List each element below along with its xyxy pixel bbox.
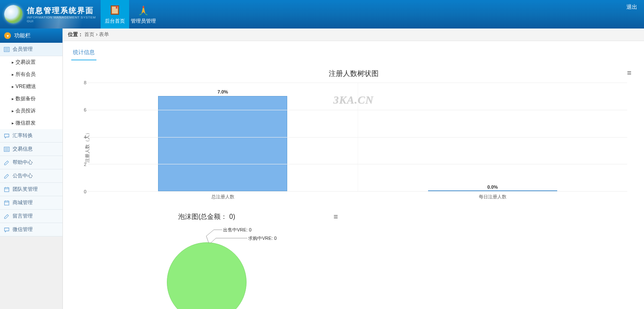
breadcrumb: 位置： 首页 › 表单 [63,29,644,41]
plot-area: 7.0%0.0% [88,83,627,192]
sidebar-group[interactable]: 交易信息 [0,143,62,156]
list-icon [3,46,10,53]
sidebar-header-label: 功能栏 [14,32,31,39]
pie-chart-title: 泡沫图(总金额： 0) [71,213,342,221]
edit-icon [3,159,10,166]
nav-tab-admin[interactable]: 管理员管理 [129,0,158,29]
bar[interactable] [158,96,287,191]
pie-label-0: 出售中VRE: 0 [223,227,252,233]
app-subtitle: INFORMATION MANAGEMENT SYSTEM GUI [27,16,96,23]
y-tick: 8 [84,80,86,85]
bar-value-label: 7.0% [218,89,228,94]
sidebar-group-label: 公告中心 [13,172,33,179]
pie-chart: 出售中VRE: 0 求购中VRE: 0 [71,226,342,309]
x-tick-label: 总注册人数 [88,194,358,200]
edit-icon [3,173,10,179]
sidebar-group[interactable]: 帮助中心 [0,156,62,169]
logout-link[interactable]: 退出 [620,0,644,29]
header: 信息管理系统界面 INFORMATION MANAGEMENT SYSTEM G… [0,0,644,29]
sidebar: ▾ 功能栏 会员管理交易设置所有会员VRE赠送数据备份会员投诉微信群发汇率转换交… [0,29,63,309]
nav-tab-home[interactable]: 后台首页 [101,0,129,29]
bar-chart-container: 注册人数树状图 ≡ 3KA.CN 注册人数（人） 02468 7.0%0.0% … [71,69,636,204]
chevron-down-icon: ▾ [4,32,11,39]
sidebar-group[interactable]: 商城管理 [0,196,62,210]
logo-area: 信息管理系统界面 INFORMATION MANAGEMENT SYSTEM G… [0,0,101,29]
sidebar-sub-item[interactable]: 交易设置 [0,56,62,68]
sidebar-group-label: 汇率转换 [13,132,33,139]
app-title: 信息管理系统界面 [27,5,96,16]
calendar-icon [3,200,10,206]
sidebar-sub-label: 数据备份 [16,95,36,102]
bar-value-label: 0.0% [487,184,498,190]
sidebar-sub-item[interactable]: 数据备份 [0,93,62,105]
sidebar-group-label: 交易信息 [13,145,33,153]
sidebar-sub-label: 会员投诉 [16,107,36,114]
sidebar-group[interactable]: 会员管理 [0,43,62,56]
breadcrumb-home[interactable]: 首页 [84,31,94,37]
sidebar-group[interactable]: 留言管理 [0,210,62,223]
breadcrumb-position: 位置： [68,31,83,37]
x-tick-label: 每日注册人数 [358,194,627,200]
sidebar-sub-item[interactable]: VRE赠送 [0,80,62,93]
nav-tab-label: 管理员管理 [131,18,156,25]
content-tab[interactable]: 统计信息 [71,46,96,60]
svg-rect-16 [5,201,9,205]
sidebar-sub-label: 交易设置 [16,59,36,66]
sidebar-group-label: 留言管理 [13,213,33,220]
sidebar-group[interactable]: 微信管理 [0,223,62,236]
chat-icon [3,226,10,233]
content: 位置： 首页 › 表单 统计信息 注册人数树状图 ≡ 3KA.CN 注册人数（人… [63,29,644,309]
book-icon [109,4,121,16]
pie-label-1: 求购中VRE: 0 [248,235,277,241]
nav-tabs: 后台首页 管理员管理 [101,0,158,29]
y-tick: 0 [84,189,86,194]
breadcrumb-sep: › [96,31,98,37]
sidebar-sub-label: VRE赠送 [16,83,36,90]
sidebar-group[interactable]: 汇率转换 [0,129,62,143]
sidebar-sub-item[interactable]: 会员投诉 [0,105,62,117]
sidebar-sub-item[interactable]: 所有会员 [0,68,62,80]
logo-icon [4,5,23,23]
y-tick: 2 [84,162,86,167]
svg-point-3 [143,6,145,8]
compass-icon [138,4,149,16]
list-icon [3,146,10,153]
sidebar-group[interactable]: 公告中心 [0,169,62,183]
sidebar-sub-item[interactable]: 微信群发 [0,117,62,129]
chart-menu-icon[interactable]: ≡ [334,213,338,221]
y-tick: 4 [84,135,86,140]
svg-rect-12 [5,187,9,192]
y-tick: 6 [84,107,86,112]
sidebar-group-label: 会员管理 [13,46,33,53]
sidebar-group-label: 商城管理 [13,199,33,206]
sidebar-sub-label: 微信群发 [16,119,36,127]
x-axis: 总注册人数每日注册人数 [88,194,627,200]
svg-rect-2 [116,5,117,8]
pie-slice[interactable] [167,242,247,309]
chat-icon [3,132,10,139]
bar-chart-title: 注册人数树状图 [71,69,636,78]
nav-tab-label: 后台首页 [105,18,125,25]
sidebar-header[interactable]: ▾ 功能栏 [0,29,62,43]
sidebar-group[interactable]: 团队奖管理 [0,183,62,196]
breadcrumb-current: 表单 [99,31,109,37]
bar-chart: 注册人数（人） 02468 7.0%0.0% 总注册人数每日注册人数 [88,83,627,204]
y-axis: 02468 [80,83,88,192]
sidebar-group-label: 团队奖管理 [13,186,38,193]
sidebar-sub-label: 所有会员 [16,71,36,78]
pie-chart-container: 泡沫图(总金额： 0) ≡ 出售中VRE: 0 求购中VRE: 0 [71,213,342,309]
calendar-icon [3,186,10,193]
sidebar-group-label: 帮助中心 [13,159,33,166]
chart-menu-icon[interactable]: ≡ [627,69,631,78]
edit-icon [3,213,10,220]
sidebar-group-label: 微信管理 [13,226,33,233]
